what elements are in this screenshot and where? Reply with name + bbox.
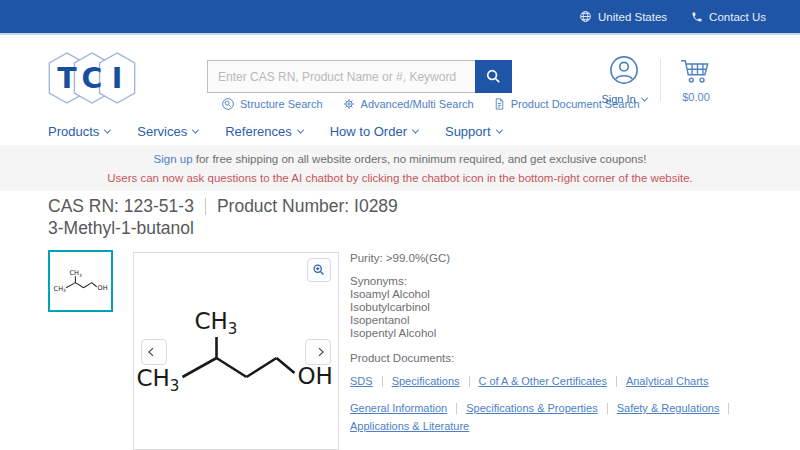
cart[interactable]: $0.00	[667, 57, 725, 103]
structure-search-link[interactable]: Structure Search	[221, 97, 323, 111]
contact-us-label: Contact Us	[709, 11, 766, 23]
nav-label: Products	[48, 124, 99, 139]
purity: Purity: >99.0%(GC)	[350, 252, 742, 265]
tci-logo[interactable]: T C I	[46, 50, 138, 110]
nav-item-references[interactable]: References	[225, 124, 302, 139]
user-icon	[609, 55, 639, 85]
advanced-search-label: Advanced/Multi Search	[361, 98, 474, 110]
advanced-search-link[interactable]: Advanced/Multi Search	[342, 97, 474, 111]
link-separator	[728, 403, 729, 414]
tci-product-page: United States Contact Us T C I	[0, 0, 800, 450]
link-separator	[607, 403, 608, 414]
specifications-link[interactable]: Specifications	[392, 374, 460, 388]
synonym: Isobutylcarbinol	[350, 301, 742, 314]
chevron-down-icon	[297, 126, 304, 133]
general-information-link[interactable]: General Information	[350, 401, 447, 415]
cart-amount: $0.00	[667, 91, 725, 103]
structure-thumbnail-image: CH3 CH3 OH	[53, 254, 109, 308]
structure-search-label: Structure Search	[240, 98, 323, 110]
nav-item-how-to-order[interactable]: How to Order	[330, 124, 418, 139]
promo-banner: Sign up for free shipping on all website…	[0, 145, 800, 191]
link-separator	[616, 376, 617, 387]
title-divider	[205, 198, 206, 215]
search-bar	[207, 60, 512, 93]
search-input[interactable]	[207, 60, 475, 93]
main-nav: Products Services References How to Orde…	[0, 117, 800, 145]
region-selector[interactable]: United States	[579, 10, 667, 23]
svg-text:CH3: CH3	[137, 365, 180, 395]
search-icon	[485, 68, 502, 85]
svg-text:OH: OH	[298, 363, 333, 389]
chevron-left-icon	[148, 348, 156, 356]
product-details: Purity: >99.0%(GC) Synonyms: Isoamyl Alc…	[350, 252, 742, 450]
gear-icon	[342, 97, 356, 111]
svg-text:OH: OH	[97, 284, 107, 292]
chevron-down-icon	[495, 126, 502, 133]
sign-in[interactable]: Sign In	[597, 55, 651, 107]
quick-search-links: Structure Search Advanced/Multi Search P…	[221, 97, 640, 111]
analytical-charts-link[interactable]: Analytical Charts	[626, 374, 709, 388]
next-image-button[interactable]	[305, 339, 331, 365]
link-separator	[456, 403, 457, 414]
globe-icon	[579, 10, 592, 23]
shipping-promo-line: Sign up for free shipping on all website…	[0, 153, 800, 165]
product-documents-title: Product Documents:	[350, 352, 742, 365]
safety-regulations-link[interactable]: Safety & Regulations	[617, 401, 720, 415]
svg-text:CH3: CH3	[195, 308, 238, 338]
logo-letter-c: C	[82, 62, 103, 95]
nav-label: Support	[445, 124, 491, 139]
product-content: CAS RN: 123-51-3 Product Number: I0289 3…	[0, 191, 800, 450]
info-links-row: General Information Specifications & Pro…	[350, 401, 732, 433]
nav-label: How to Order	[330, 124, 407, 139]
link-separator	[469, 376, 470, 387]
chatbot-notice: Users can now ask questions to the AI ch…	[0, 172, 800, 184]
cart-icon	[679, 57, 713, 85]
structure-thumbnail[interactable]: CH3 CH3 OH	[48, 250, 113, 312]
svg-text:CH3: CH3	[69, 269, 81, 277]
cas-rn: CAS RN: 123-51-3	[48, 196, 194, 217]
nav-item-support[interactable]: Support	[445, 124, 502, 139]
certificates-link[interactable]: C of A & Other Certificates	[479, 374, 607, 388]
header: T C I Structure Search	[0, 35, 800, 117]
shipping-promo-text: for free shipping on all website orders,…	[193, 153, 647, 165]
link-separator	[382, 376, 383, 387]
search-button[interactable]	[475, 60, 512, 93]
specifications-properties-link[interactable]: Specifications & Properties	[466, 401, 597, 415]
region-label: United States	[598, 11, 667, 23]
structure-search-icon	[221, 97, 235, 111]
synonyms-title: Synonyms:	[350, 275, 742, 288]
chevron-down-icon	[104, 126, 111, 133]
phone-icon	[691, 11, 703, 23]
product-name: 3-Methyl-1-butanol	[48, 218, 194, 239]
svg-text:CH3: CH3	[53, 285, 65, 293]
zoom-image-button[interactable]	[307, 258, 331, 282]
header-divider	[660, 59, 661, 101]
nav-item-services[interactable]: Services	[137, 124, 198, 139]
previous-image-button[interactable]	[141, 339, 167, 365]
logo-letter-i: I	[112, 62, 123, 95]
zoom-in-icon	[312, 263, 326, 277]
nav-label: References	[225, 124, 291, 139]
structure-viewer: CH3 CH3 OH	[133, 252, 339, 450]
topbar: United States Contact Us	[0, 0, 800, 35]
applications-literature-link[interactable]: Applications & Literature	[350, 419, 469, 433]
chevron-down-icon	[192, 126, 199, 133]
synonym: Isopentanol	[350, 314, 742, 327]
product-title-row: CAS RN: 123-51-3 Product Number: I0289	[48, 196, 398, 217]
synonym: Isopentyl Alcohol	[350, 327, 742, 340]
nav-item-products[interactable]: Products	[48, 124, 110, 139]
chevron-down-icon	[641, 94, 648, 101]
sds-link[interactable]: SDS	[350, 374, 373, 388]
sign-up-link[interactable]: Sign up	[154, 153, 193, 165]
sign-in-label: Sign In	[601, 93, 635, 105]
product-number: Product Number: I0289	[217, 196, 398, 217]
document-links-row: SDS Specifications C of A & Other Certif…	[350, 374, 742, 388]
chevron-down-icon	[412, 126, 419, 133]
nav-label: Services	[137, 124, 187, 139]
contact-us-link[interactable]: Contact Us	[691, 11, 766, 23]
document-icon	[493, 97, 506, 111]
synonym: Isoamyl Alcohol	[350, 288, 742, 301]
logo-letter-t: T	[57, 62, 77, 95]
chevron-right-icon	[315, 348, 323, 356]
